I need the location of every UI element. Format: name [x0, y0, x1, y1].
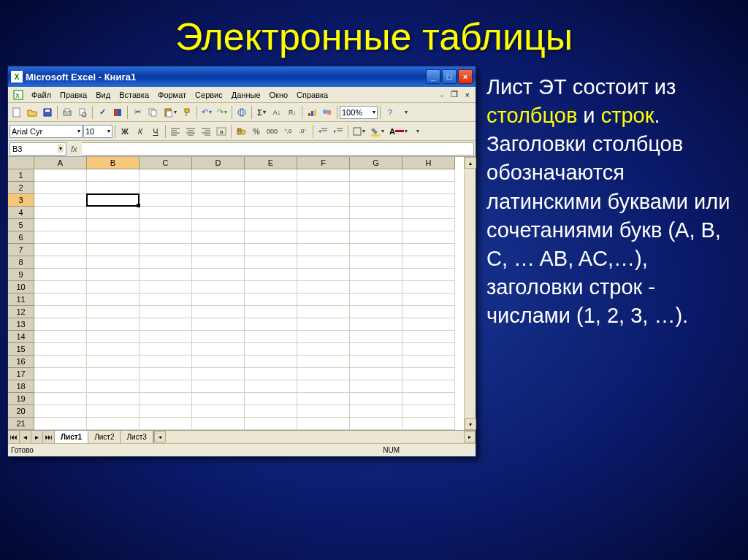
cell[interactable]	[87, 281, 140, 294]
cell[interactable]	[34, 194, 87, 207]
scroll-up-button[interactable]: ▴	[465, 157, 476, 169]
cell[interactable]	[350, 219, 402, 231]
cell[interactable]	[297, 169, 350, 182]
scroll-down-button[interactable]: ▾	[465, 418, 476, 430]
row-header[interactable]: 14	[8, 331, 34, 343]
cell[interactable]	[34, 368, 87, 380]
underline-button[interactable]: Ч	[148, 124, 163, 139]
cell[interactable]	[297, 182, 350, 194]
scroll-left-button[interactable]: ◂	[154, 431, 166, 442]
cell[interactable]	[192, 393, 245, 405]
row-header[interactable]: 2	[8, 182, 34, 194]
cell[interactable]	[297, 306, 350, 318]
cell[interactable]	[350, 269, 402, 281]
cell[interactable]	[297, 380, 350, 393]
cell[interactable]	[402, 244, 455, 256]
cell[interactable]	[140, 244, 192, 256]
cell[interactable]	[192, 207, 245, 219]
cell[interactable]	[140, 231, 192, 244]
cell[interactable]	[34, 269, 87, 281]
cell[interactable]	[350, 356, 402, 368]
cell[interactable]	[87, 418, 140, 430]
cell[interactable]	[140, 380, 192, 393]
cell[interactable]	[192, 306, 245, 318]
decrease-indent-button[interactable]	[316, 124, 330, 139]
close-button[interactable]: ×	[458, 69, 473, 84]
cell[interactable]	[192, 194, 245, 207]
cell[interactable]	[34, 231, 87, 244]
cell[interactable]	[297, 269, 350, 281]
cell[interactable]	[245, 405, 297, 418]
cell[interactable]	[350, 306, 402, 318]
col-header-F[interactable]: F	[297, 157, 350, 169]
cell[interactable]	[245, 256, 297, 269]
menu-edit[interactable]: Правка	[56, 89, 91, 101]
cell[interactable]	[192, 418, 245, 430]
cell[interactable]	[402, 256, 455, 269]
borders-button[interactable]: ▾	[351, 124, 367, 139]
cell[interactable]	[140, 343, 192, 356]
sheet-tab-1[interactable]: Лист1	[55, 431, 88, 443]
row-header[interactable]: 1	[8, 169, 34, 182]
cell[interactable]	[140, 219, 192, 231]
cell[interactable]	[245, 380, 297, 393]
cell[interactable]	[297, 393, 350, 405]
row-header[interactable]: 9	[8, 269, 34, 281]
cell[interactable]	[87, 331, 140, 343]
cell[interactable]	[402, 405, 455, 418]
row-header[interactable]: 12	[8, 306, 34, 318]
col-header-D[interactable]: D	[192, 157, 245, 169]
cell[interactable]	[402, 343, 455, 356]
cell[interactable]	[87, 405, 140, 418]
row-header[interactable]: 18	[8, 380, 34, 393]
cell[interactable]	[402, 219, 455, 231]
percent-button[interactable]: %	[249, 124, 264, 139]
sort-asc-button[interactable]: A↓	[270, 105, 284, 120]
cell[interactable]	[87, 368, 140, 380]
cell[interactable]	[140, 393, 192, 405]
col-header-E[interactable]: E	[245, 157, 297, 169]
cell[interactable]	[297, 231, 350, 244]
copy-button[interactable]	[145, 105, 160, 120]
print-preview-button[interactable]	[75, 105, 90, 120]
sort-desc-button[interactable]: Я↓	[285, 105, 299, 120]
cell[interactable]	[402, 281, 455, 294]
cell[interactable]	[245, 418, 297, 430]
cell[interactable]	[350, 418, 402, 430]
cell[interactable]	[350, 368, 402, 380]
cell[interactable]	[350, 169, 402, 182]
row-header[interactable]: 16	[8, 356, 34, 368]
hyperlink-button[interactable]	[234, 105, 249, 120]
cell[interactable]	[192, 343, 245, 356]
undo-button[interactable]: ↶▾	[199, 105, 214, 120]
select-all-corner[interactable]	[8, 157, 34, 169]
cell[interactable]	[350, 331, 402, 343]
toolbar-options-button[interactable]: ▾	[398, 105, 413, 120]
cell[interactable]	[245, 331, 297, 343]
cell[interactable]	[87, 219, 140, 231]
menu-insert[interactable]: Вставка	[115, 89, 153, 101]
format-painter-button[interactable]	[180, 105, 194, 120]
cell[interactable]	[402, 169, 455, 182]
cell[interactable]	[245, 368, 297, 380]
grid-body[interactable]: 123456789101112131415161718192021	[8, 169, 476, 430]
row-header[interactable]: 17	[8, 368, 34, 380]
autosum-button[interactable]: Σ▾	[254, 105, 269, 120]
scroll-right-button[interactable]: ▸	[464, 431, 476, 442]
cell[interactable]	[140, 256, 192, 269]
align-center-button[interactable]	[183, 124, 198, 139]
cell[interactable]	[297, 331, 350, 343]
cell[interactable]	[297, 194, 350, 207]
cell[interactable]	[87, 231, 140, 244]
vertical-scrollbar[interactable]: ▴ ▾	[464, 157, 476, 430]
cell[interactable]	[34, 318, 87, 331]
col-header-G[interactable]: G	[350, 157, 402, 169]
cell[interactable]	[192, 405, 245, 418]
cell[interactable]	[350, 343, 402, 356]
font-name-combo[interactable]: Arial Cyr ▾	[9, 125, 83, 138]
align-right-button[interactable]	[199, 124, 213, 139]
cell[interactable]	[192, 331, 245, 343]
cell[interactable]	[350, 393, 402, 405]
titlebar[interactable]: X Microsoft Excel - Книга1 _ □ ×	[8, 66, 476, 87]
cell[interactable]	[350, 380, 402, 393]
